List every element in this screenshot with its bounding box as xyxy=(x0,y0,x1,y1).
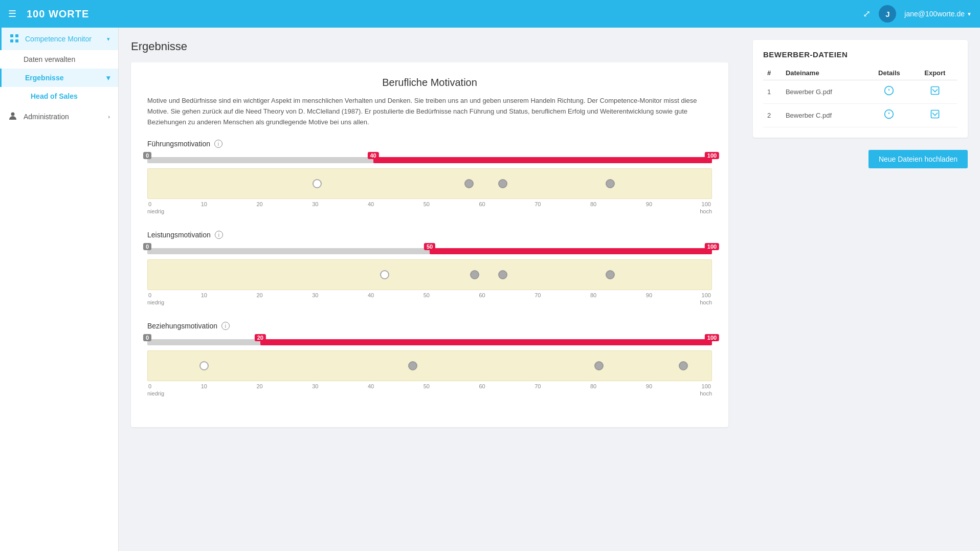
user-menu[interactable]: jane@100worte.de ▼ xyxy=(904,10,972,18)
sidebar-item-label: Competence Monitor xyxy=(25,35,92,43)
table-row: 1 Bewerber G.pdf xyxy=(763,80,957,104)
card-title: Berufliche Motivation xyxy=(147,77,712,89)
details-icon[interactable] xyxy=(884,111,894,121)
axis-labels: niedrig hoch xyxy=(147,208,712,214)
file-details-cell xyxy=(866,104,912,127)
chevron-down-icon: ▼ xyxy=(967,11,972,17)
file-export-cell xyxy=(912,104,957,127)
sidebar-item-ergebnisse[interactable]: Ergebnisse ▾ xyxy=(0,69,118,87)
sidebar-item-label: Head of Sales xyxy=(31,92,78,100)
upload-button[interactable]: Neue Dateien hochladen xyxy=(868,150,968,168)
center-panel: Ergebnisse Berufliche Motivation Motive … xyxy=(119,28,741,551)
card-description: Motive und Bedürfnisse sind ein wichtige… xyxy=(147,96,712,127)
svg-rect-8 xyxy=(931,87,939,95)
header-right: ⤢ J jane@100worte.de ▼ xyxy=(863,5,972,23)
svg-point-4 xyxy=(11,113,15,116)
dots-area xyxy=(147,259,712,290)
chart-fuhrungsmotivation: Führungsmotivation i 0 40 100 xyxy=(147,140,712,214)
person-icon xyxy=(8,112,18,122)
svg-rect-3 xyxy=(15,39,18,42)
chart-label-text: Führungsmotivation xyxy=(147,140,210,148)
svg-rect-12 xyxy=(931,111,939,118)
dots-area xyxy=(147,350,712,381)
chevron-down-icon: ▾ xyxy=(107,36,110,42)
file-name: Bewerber G.pdf xyxy=(782,80,866,104)
file-details-cell xyxy=(866,80,912,104)
axis-ticks: 0102030405060708090100 xyxy=(147,292,712,298)
axis-labels: niedrig hoch xyxy=(147,299,712,305)
file-index: 1 xyxy=(763,80,782,104)
right-panel: BEWERBER-DATEIEN # Dateiname Details Exp… xyxy=(741,28,980,551)
sidebar-item-label: Daten verwalten xyxy=(24,55,75,63)
file-index: 2 xyxy=(763,104,782,127)
axis-ticks: 0102030405060708090100 xyxy=(147,383,712,389)
chart-label-text: Leistungsmotivation xyxy=(147,231,211,239)
page-title: Ergebnisse xyxy=(131,40,728,53)
range-bar: 0 20 100 xyxy=(147,335,712,349)
files-title: BEWERBER-DATEIEN xyxy=(763,50,957,59)
main-content: Ergebnisse Berufliche Motivation Motive … xyxy=(119,28,980,551)
col-hash: # xyxy=(763,66,782,80)
chevron-right-icon: › xyxy=(108,114,110,120)
axis-ticks: 0102030405060708090100 xyxy=(147,201,712,207)
sidebar-item-label: Ergebnisse xyxy=(25,74,63,82)
col-filename: Dateiname xyxy=(782,66,866,80)
sidebar-item-label: Administration xyxy=(24,113,69,121)
info-icon[interactable]: i xyxy=(214,140,222,148)
file-export-cell xyxy=(912,80,957,104)
export-icon[interactable] xyxy=(930,111,940,121)
info-icon[interactable]: i xyxy=(221,322,230,330)
sidebar-item-daten-verwalten[interactable]: Daten verwalten xyxy=(0,50,118,69)
svg-rect-2 xyxy=(10,39,13,42)
app-header: ☰ 100 WORTE ⤢ J jane@100worte.de ▼ xyxy=(0,0,980,28)
info-icon[interactable]: i xyxy=(215,231,223,239)
sidebar-item-administration[interactable]: Administration › xyxy=(0,105,118,128)
range-bar: 0 50 100 xyxy=(147,244,712,258)
grid-icon xyxy=(10,34,20,44)
main-layout: Competence Monitor ▾ Daten verwalten Erg… xyxy=(0,28,980,551)
chart-beziehungsmotivation: Beziehungsmotivation i 0 20 100 xyxy=(147,322,712,396)
svg-rect-1 xyxy=(15,34,18,37)
range-bar: 0 40 100 xyxy=(147,153,712,167)
files-card: BEWERBER-DATEIEN # Dateiname Details Exp… xyxy=(753,40,968,138)
results-card: Berufliche Motivation Motive und Bedürfn… xyxy=(131,62,728,427)
dots-area xyxy=(147,168,712,199)
fullscreen-icon[interactable]: ⤢ xyxy=(863,8,871,19)
col-export: Export xyxy=(912,66,957,80)
col-details: Details xyxy=(866,66,912,80)
chart-leistungsmotivation: Leistungsmotivation i 0 50 100 xyxy=(147,231,712,305)
chart-label-text: Beziehungsmotivation xyxy=(147,322,217,330)
sidebar-item-competence-monitor[interactable]: Competence Monitor ▾ xyxy=(0,28,118,50)
avatar: J xyxy=(879,5,896,23)
svg-rect-0 xyxy=(10,34,13,37)
file-name: Bewerber C.pdf xyxy=(782,104,866,127)
app-title: 100 WORTE xyxy=(27,8,863,20)
table-row: 2 Bewerber C.pdf xyxy=(763,104,957,127)
user-email: jane@100worte.de xyxy=(904,10,965,18)
export-icon[interactable] xyxy=(930,87,940,98)
details-icon[interactable] xyxy=(884,87,894,98)
sidebar: Competence Monitor ▾ Daten verwalten Erg… xyxy=(0,28,119,551)
sidebar-item-head-of-sales[interactable]: Head of Sales xyxy=(0,87,118,105)
chevron-down-icon: ▾ xyxy=(106,74,110,82)
axis-labels: niedrig hoch xyxy=(147,390,712,396)
menu-icon[interactable]: ☰ xyxy=(8,8,16,19)
files-table: # Dateiname Details Export 1 Bewerber G.… xyxy=(763,66,957,127)
